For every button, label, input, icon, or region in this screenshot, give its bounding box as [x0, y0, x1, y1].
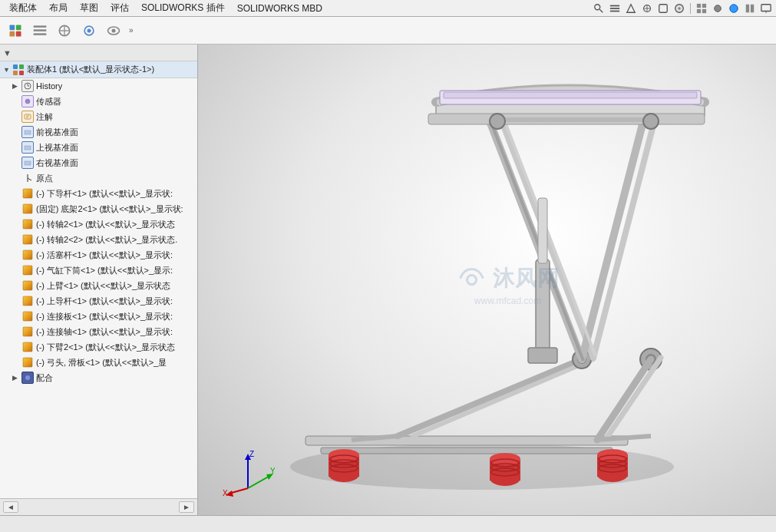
prev-btn[interactable]: ◄ [3, 501, 18, 513]
svg-text:Y: Y [270, 467, 275, 475]
tree-icon-part12 [21, 356, 34, 368]
toolbar-assembly-btn[interactable] [4, 20, 27, 41]
svg-rect-20 [761, 4, 771, 11]
svg-rect-64 [23, 358, 32, 367]
filter-icon: ▼ [3, 48, 12, 58]
toolbar-icon-search[interactable] [592, 2, 606, 15]
svg-rect-103 [538, 198, 547, 263]
tree-icon-origin [21, 172, 34, 184]
tree-item-part12[interactable]: (-) 弓头, 滑板<1> (默认<<默认>_显 [0, 355, 197, 370]
assembly-root-label: 装配体1 (默认<默认_显示状态-1>) [27, 64, 154, 75]
tree-item-sensor[interactable]: 传感器 [0, 94, 197, 109]
tree-label-part8: (-) 上导杆<1> (默认<<默认>_显示状: [36, 296, 173, 307]
tree-item-origin[interactable]: 原点 [0, 170, 197, 186]
menu-evaluate[interactable]: 评估 [104, 0, 135, 16]
tree-item-part8[interactable]: (-) 上导杆<1> (默认<<默认>_显示状: [0, 293, 197, 309]
toolbar-mate-btn[interactable] [78, 20, 101, 41]
svg-point-110 [643, 114, 659, 129]
svg-point-113 [467, 275, 476, 284]
assembly-root-item[interactable]: ▼ 装配体1 (默认<默认_显示状态-1>) [0, 61, 197, 78]
tree-item-part3[interactable]: (-) 转轴2<1> (默认<<默认>_显示状态 [0, 216, 197, 232]
watermark-text: 沐风网 [493, 263, 560, 292]
tree-icon-right-plane [21, 157, 34, 169]
svg-text:Z: Z [249, 450, 254, 458]
toolbar-icon-7[interactable] [695, 2, 708, 15]
tree-label-part10: (-) 连接轴<1> (默认<<默认>_显示状: [36, 326, 173, 338]
svg-rect-12 [697, 3, 701, 7]
tree-label-part9: (-) 连接板<1> (默认<<默认>_显示状: [36, 311, 173, 322]
toolbar-layout-btn[interactable] [28, 20, 51, 41]
canvas-background[interactable]: 沐风网 www.mfcad.com Z Y [198, 45, 776, 515]
svg-rect-27 [34, 25, 47, 28]
toolbar-view-btn[interactable] [102, 20, 125, 41]
assembly-icon [12, 64, 25, 76]
tree-icon-part6 [21, 264, 34, 276]
menu-sketch[interactable]: 草图 [74, 0, 104, 16]
svg-rect-24 [16, 25, 21, 30]
tree-item-part9[interactable]: (-) 连接板<1> (默认<<默认>_显示状: [0, 309, 197, 324]
svg-rect-29 [34, 33, 47, 35]
tree-icon-part9 [21, 310, 34, 322]
next-btn[interactable]: ► [179, 501, 194, 513]
svg-rect-23 [10, 25, 15, 30]
coordinate-indicator: Z Y X [221, 446, 267, 492]
right-panel: 沐风网 www.mfcad.com Z Y [198, 45, 776, 515]
tree-item-front-plane[interactable]: 前视基准面 [0, 124, 197, 140]
tree-label-history: History [36, 81, 62, 91]
tree-item-part10[interactable]: (-) 连接轴<1> (默认<<默认>_显示状: [0, 324, 197, 339]
tree-item-part1[interactable]: (-) 下导杆<1> (默认<<默认>_显示状: [0, 186, 197, 201]
toolbar-icon-monitor[interactable] [759, 2, 773, 15]
tree-item-right-plane[interactable]: 右视基准面 [0, 155, 197, 170]
tree-item-part6[interactable]: (-) 气缸下筒<1> (默认<<默认>_显示: [0, 263, 197, 278]
svg-rect-62 [23, 327, 32, 336]
tree-icon-part7 [21, 279, 34, 292]
menu-solidworks-mbd[interactable]: SOLIDWORKS MBD [231, 2, 329, 15]
toolbar-icon-2[interactable] [608, 2, 622, 15]
svg-line-1 [599, 9, 603, 12]
svg-rect-57 [23, 250, 32, 259]
toolbar-icon-5[interactable] [656, 2, 670, 15]
tree-item-part11[interactable]: (-) 下臂2<1> (默认<<默认>_显示状态 [0, 339, 197, 355]
left-panel-bottom: ◄ ► [0, 498, 197, 515]
tree-icon-part4 [21, 233, 34, 246]
tree-item-part5[interactable]: (-) 活塞杆<1> (默认<<默认>_显示状: [0, 247, 197, 263]
tree-item-mate[interactable]: ▶配合 [0, 370, 197, 385]
tree-label-mate: 配合 [36, 372, 53, 384]
tree-item-part2[interactable]: (固定) 底架2<1> (默认<<默认>_显示状: [0, 201, 197, 216]
tree-item-annotation[interactable]: 注解 [0, 109, 197, 124]
svg-point-36 [112, 28, 116, 32]
toolbar-component-btn[interactable] [53, 20, 76, 41]
svg-point-16 [715, 5, 722, 12]
svg-rect-49 [25, 146, 31, 150]
tree-icon-part10 [21, 325, 34, 338]
svg-point-17 [730, 4, 738, 12]
svg-rect-54 [23, 204, 32, 213]
tree-label-part7: (-) 上臂<1> (默认<<默认>_显示状态 [36, 280, 170, 292]
tree-item-top-plane[interactable]: 上视基准面 [0, 140, 197, 155]
toolbar-icon-8[interactable] [711, 2, 725, 15]
menu-assembly[interactable]: 装配体 [3, 0, 43, 16]
tree-item-part4[interactable]: (-) 转轴2<2> (默认<<默认>_显示状态. [0, 232, 197, 247]
tree-icon-part11 [21, 341, 34, 353]
tree-item-history[interactable]: ▶History [0, 78, 197, 94]
svg-line-52 [28, 178, 31, 180]
toolbar-icon-6[interactable] [672, 2, 686, 15]
toolbar-icon-color1[interactable] [727, 2, 741, 15]
tree-label-part1: (-) 下导杆<1> (默认<<默认>_显示状: [36, 188, 173, 200]
toolbar-expand-arrow[interactable]: » [129, 26, 134, 35]
toolbar-icon-9[interactable] [743, 2, 757, 15]
toolbar-icon-4[interactable] [640, 2, 654, 15]
tree-arrow-history: ▶ [12, 82, 20, 90]
tree-icon-history [21, 80, 34, 92]
tree-item-part7[interactable]: (-) 上臂<1> (默认<<默认>_显示状态 [0, 278, 197, 293]
menu-solidworks-plugin[interactable]: SOLIDWORKS 插件 [135, 0, 231, 16]
svg-text:X: X [223, 489, 228, 497]
menu-layout[interactable]: 布局 [43, 0, 74, 16]
svg-rect-100 [444, 92, 697, 98]
svg-rect-48 [25, 131, 31, 134]
tree-label-top-plane: 上视基准面 [36, 142, 78, 154]
svg-rect-63 [23, 342, 32, 352]
svg-rect-104 [528, 348, 557, 363]
svg-rect-59 [23, 281, 32, 290]
toolbar-icon-3[interactable] [624, 2, 638, 15]
